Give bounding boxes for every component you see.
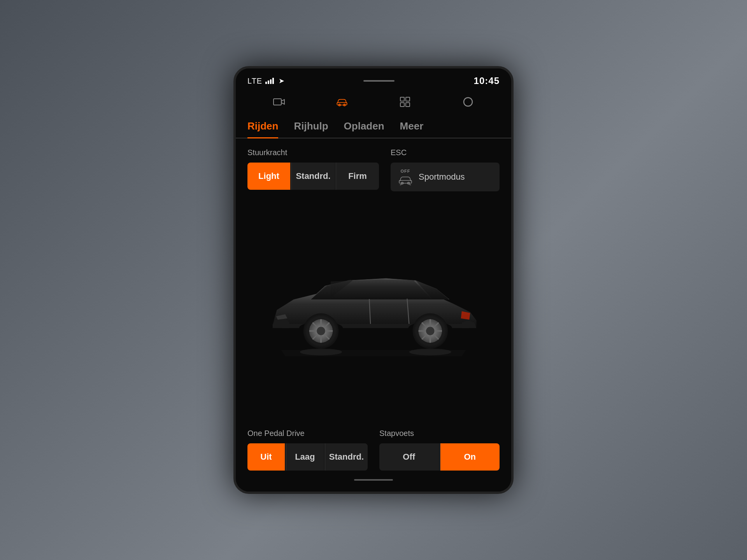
main-content: Stuurkracht Light Standrd. Firm ESC OFF — [236, 138, 511, 492]
one-pedal-standrd-button[interactable]: Standrd. — [325, 443, 368, 471]
navigation-icon: ➤ — [279, 77, 284, 85]
esc-off-text: OFF — [401, 169, 410, 173]
stapvoets-group: Stapvoets Off On — [379, 429, 500, 471]
icon-bar — [236, 90, 511, 116]
bottom-bar — [354, 479, 393, 481]
stuurkracht-light-button[interactable]: Light — [247, 163, 290, 190]
svg-point-41 — [300, 348, 342, 355]
stuurkracht-standrd-button[interactable]: Standrd. — [291, 163, 335, 190]
signal-icon — [265, 78, 274, 84]
one-pedal-drive-buttons: Uit Laag Standrd. — [247, 443, 368, 471]
stuurkracht-buttons: Light Standrd. Firm — [247, 163, 379, 190]
tab-opladen[interactable]: Opladen — [344, 116, 384, 138]
svg-point-8 — [464, 98, 472, 106]
svg-rect-5 — [406, 97, 410, 101]
svg-rect-6 — [400, 103, 404, 107]
status-pill — [363, 80, 395, 82]
car-button[interactable] — [332, 94, 352, 110]
tab-rijhulp[interactable]: Rijhulp — [294, 116, 328, 138]
stuurkracht-esc-row: Stuurkracht Light Standrd. Firm ESC OFF — [247, 148, 500, 191]
stapvoets-off-button[interactable]: Off — [379, 443, 439, 471]
tab-rijden[interactable]: Rijden — [247, 116, 278, 138]
one-pedal-uit-button[interactable]: Uit — [247, 443, 285, 471]
car-screen: LTE ➤ 10:45 — [233, 66, 514, 494]
one-pedal-drive-group: One Pedal Drive Uit Laag Standrd. — [247, 429, 368, 471]
svg-point-42 — [409, 348, 451, 355]
esc-group: ESC OFF — [391, 148, 500, 191]
grid-button[interactable] — [395, 94, 415, 110]
stuurkracht-label: Stuurkracht — [247, 148, 379, 157]
lte-indicator: LTE — [247, 77, 262, 86]
svg-point-20 — [317, 327, 325, 335]
svg-rect-0 — [274, 99, 281, 105]
svg-rect-7 — [406, 103, 410, 107]
bottom-controls: One Pedal Drive Uit Laag Standrd. Stapvo… — [247, 429, 500, 474]
stapvoets-on-button[interactable]: On — [440, 443, 500, 471]
svg-rect-9 — [399, 180, 412, 183]
nav-tabs: Rijden Rijhulp Opladen Meer — [236, 116, 511, 138]
stuurkracht-firm-button[interactable]: Firm — [336, 163, 379, 190]
car-silhouette — [247, 199, 500, 425]
clock: 10:45 — [474, 75, 500, 86]
status-left: LTE ➤ — [247, 77, 284, 86]
esc-icon: OFF — [398, 169, 412, 185]
esc-car-skid-icon — [398, 174, 412, 185]
one-pedal-drive-label: One Pedal Drive — [247, 429, 368, 438]
svg-point-32 — [426, 327, 435, 335]
status-bar: LTE ➤ 10:45 — [236, 68, 511, 90]
stuurkracht-group: Stuurkracht Light Standrd. Firm — [247, 148, 379, 191]
stapvoets-buttons: Off On — [379, 443, 500, 471]
esc-label: ESC — [391, 148, 500, 157]
bottom-indicator — [247, 474, 500, 484]
circle-button[interactable] — [458, 94, 478, 110]
car-image-area — [247, 199, 500, 425]
stapvoets-label: Stapvoets — [379, 429, 500, 438]
esc-button-label: Sportmodus — [419, 172, 465, 182]
tab-meer[interactable]: Meer — [400, 116, 424, 138]
one-pedal-laag-button[interactable]: Laag — [286, 443, 324, 471]
svg-rect-4 — [400, 97, 404, 101]
esc-sportmodus-button[interactable]: OFF Sport — [391, 163, 500, 191]
camera-button[interactable] — [269, 94, 289, 110]
